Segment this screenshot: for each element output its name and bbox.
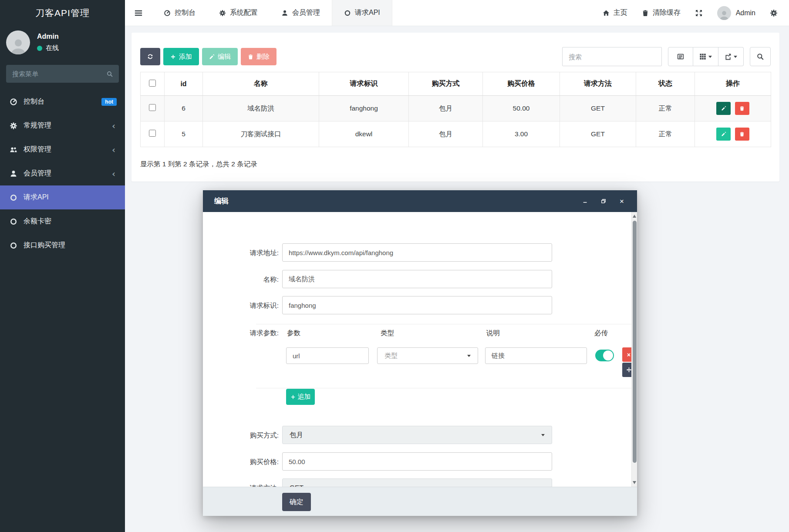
sidebar-item-api-purchase[interactable]: 接口购买管理 (0, 233, 125, 257)
search-icon (757, 53, 764, 60)
avatar (6, 30, 30, 54)
row-delete-button[interactable] (735, 128, 749, 141)
user-icon (281, 10, 288, 17)
circle-icon (344, 10, 351, 17)
plus-icon (290, 394, 296, 400)
required-toggle[interactable] (595, 350, 614, 361)
home-icon (603, 10, 610, 17)
scroll-down-arrow[interactable] (633, 481, 636, 484)
export-icon (725, 53, 732, 60)
col-status: 状态 (636, 72, 695, 96)
edit-button[interactable]: 编辑 (202, 48, 238, 65)
sidebar-item-members[interactable]: 会员管理 ‹ (0, 162, 125, 185)
pagination-toggle-button[interactable] (668, 47, 693, 66)
tab-request-api[interactable]: 请求API (332, 0, 392, 26)
fullscreen-button[interactable] (695, 9, 703, 17)
trash-icon (642, 10, 649, 17)
sidebar-search (6, 65, 119, 83)
name-input[interactable] (282, 270, 552, 288)
record-summary: 显示第 1 到第 2 条记录，总共 2 条记录 (140, 160, 257, 169)
param-col-name: 参数 (287, 329, 300, 338)
flag-input[interactable] (282, 296, 552, 314)
modal-title: 编辑 (214, 196, 229, 206)
modal-scrollbar[interactable] (631, 212, 637, 487)
sidebar-item-general[interactable]: 常规管理 ‹ (0, 114, 125, 138)
sidebar-item-permissions[interactable]: 权限管理 ‹ (0, 138, 125, 162)
menu-toggle-icon[interactable] (125, 0, 152, 26)
scroll-up-arrow[interactable] (633, 215, 636, 218)
buy-type-label: 购买方式: (220, 431, 279, 440)
price-label: 购买价格: (220, 458, 279, 467)
scrollbar-thumb[interactable] (633, 221, 637, 463)
confirm-button[interactable]: 确定 (282, 493, 311, 511)
expand-icon (695, 9, 703, 17)
users-icon (10, 146, 17, 154)
plus-icon (170, 54, 176, 60)
user-menu[interactable]: Admin (717, 6, 755, 20)
row-delete-button[interactable] (735, 102, 749, 115)
modal-body: 请求地址: 名称: 请求标识: 请求参数: 参数 类型 说明 必传 类型 × (203, 212, 637, 487)
sidebar-search-input[interactable] (12, 70, 107, 77)
request-url-label: 请求地址: (220, 249, 279, 258)
row-edit-button[interactable] (716, 128, 731, 141)
request-url-input[interactable] (282, 243, 552, 262)
chevron-left-icon: ‹ (112, 145, 115, 154)
flag-label: 请求标识: (220, 301, 279, 310)
add-button[interactable]: 添加 (163, 48, 199, 65)
trash-icon (248, 54, 253, 60)
search-icon[interactable] (107, 71, 113, 77)
clear-cache-link[interactable]: 清除缓存 (642, 8, 681, 17)
user-icon (10, 170, 17, 178)
columns-button[interactable] (693, 47, 718, 66)
grid-columns-icon (699, 53, 706, 60)
export-button[interactable] (718, 47, 744, 66)
edit-modal: 编辑 × 请求地址: 名称: 请求标识: 请求参数: 参数 类型 说明 必传 类… (203, 190, 637, 516)
tab-system-config[interactable]: 系统配置 (207, 0, 270, 26)
param-type-select[interactable]: 类型 (377, 347, 478, 364)
circle-icon (10, 218, 17, 226)
maximize-icon[interactable] (600, 197, 607, 205)
table-search-input[interactable] (562, 47, 662, 66)
top-navbar: 控制台 系统配置 会员管理 请求API 主页 清除缓存 Admin (125, 0, 789, 26)
param-name-input[interactable] (286, 347, 369, 364)
move-icon (626, 367, 632, 373)
sidebar-item-request-api[interactable]: 请求API (0, 185, 125, 209)
col-id: id (165, 72, 203, 96)
select-all-checkbox[interactable] (149, 80, 156, 87)
row-checkbox[interactable] (149, 130, 156, 137)
tab-dashboard[interactable]: 控制台 (152, 0, 207, 26)
price-input[interactable] (282, 452, 552, 471)
caret-down-icon (541, 434, 545, 436)
user-name: Admin (37, 33, 59, 40)
caret-down-icon (708, 56, 712, 58)
param-desc-input[interactable] (485, 347, 587, 364)
row-edit-button[interactable] (716, 102, 731, 115)
minimize-icon[interactable] (581, 197, 589, 205)
trash-icon (739, 106, 745, 111)
online-status-dot (37, 46, 42, 51)
sidebar-item-balance-cards[interactable]: 余额卡密 (0, 209, 125, 233)
close-icon[interactable]: × (618, 197, 626, 205)
refresh-button[interactable] (140, 48, 160, 65)
circle-icon (10, 194, 17, 202)
gears-icon (10, 122, 17, 130)
row-checkbox[interactable] (149, 104, 156, 111)
delete-button[interactable]: 删除 (241, 48, 276, 65)
gears-icon (770, 9, 778, 17)
tachometer-icon (164, 10, 171, 17)
caret-down-icon (734, 56, 737, 58)
table-row: 5 刀客测试接口 dkewl 包月 3.00 GET 正常 (141, 121, 771, 147)
caret-down-icon (467, 355, 471, 357)
toggle-search-button[interactable] (750, 47, 771, 66)
buy-type-select[interactable]: 包月 (282, 426, 552, 444)
modal-footer: 确定 (203, 487, 637, 516)
tab-members[interactable]: 会员管理 (270, 0, 332, 26)
settings-button[interactable] (770, 9, 778, 17)
pencil-icon (721, 106, 726, 111)
sidebar-item-dashboard[interactable]: 控制台 hot (0, 90, 125, 114)
home-link[interactable]: 主页 (603, 8, 627, 17)
append-param-button[interactable]: 追加 (286, 389, 315, 405)
name-label: 名称: (220, 275, 279, 284)
modal-header[interactable]: 编辑 × (203, 190, 637, 212)
chevron-left-icon: ‹ (112, 169, 115, 178)
